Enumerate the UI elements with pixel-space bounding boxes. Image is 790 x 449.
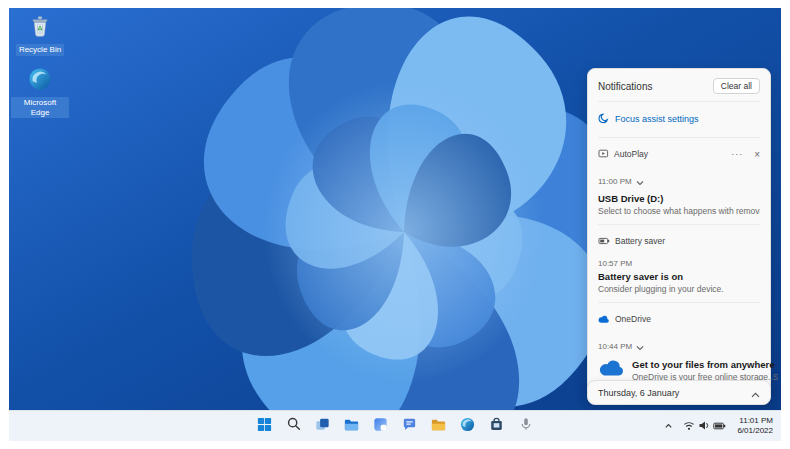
- search-icon: [286, 416, 302, 436]
- start-icon: [256, 416, 273, 437]
- date-label: Thursday, 6 January: [598, 388, 679, 398]
- desktop-icon-recycle-bin[interactable]: Recycle Bin: [11, 12, 69, 56]
- battery-group-header: Battery saver: [598, 232, 760, 250]
- widgets-icon: [372, 416, 389, 437]
- edge-icon: [27, 66, 53, 96]
- edge-button[interactable]: [456, 415, 479, 438]
- volume-icon: [698, 417, 710, 435]
- notification-group-battery-saver[interactable]: Battery saver 10:57 PM Battery saver is …: [598, 225, 760, 303]
- battery-notification-body: Consider plugging in your device.: [598, 284, 760, 294]
- desktop-icon-label: Recycle Bin: [16, 44, 64, 56]
- store-button[interactable]: [485, 415, 508, 438]
- widgets-button[interactable]: [369, 415, 392, 438]
- desktop-icon-microsoft-edge[interactable]: Microsoft Edge: [11, 66, 69, 118]
- onedrive-time: 10:44 PM: [598, 342, 632, 351]
- system-tray: 11:01 PM 6/01/2022: [661, 411, 777, 441]
- taskbar-center-icons: [253, 411, 537, 441]
- notification-header: Notifications Clear all: [598, 76, 760, 101]
- battery-time: 10:57 PM: [598, 259, 632, 268]
- tray-time: 11:01 PM: [737, 416, 773, 426]
- onedrive-time-row[interactable]: 10:44 PM: [598, 337, 760, 355]
- autoplay-group-header: AutoPlay ··· ×: [598, 145, 760, 163]
- autoplay-time: 11:00 PM: [598, 177, 632, 186]
- focus-assist-moon-icon: [598, 110, 609, 128]
- focus-assist-settings-link[interactable]: Focus assist settings: [598, 101, 760, 138]
- chat-button[interactable]: [398, 415, 421, 438]
- battery-time-row: 10:57 PM: [598, 259, 760, 268]
- onedrive-text: Get to your files from anywhere OneDrive…: [632, 359, 778, 382]
- file-explorer-button[interactable]: [340, 415, 363, 438]
- edge-icon: [459, 416, 476, 437]
- chevron-up-icon[interactable]: [751, 384, 760, 402]
- file-explorer-icon: [343, 416, 360, 437]
- notification-center: Notifications Clear all Focus assist set…: [587, 68, 771, 394]
- autoplay-time-row[interactable]: 11:00 PM: [598, 172, 760, 190]
- onedrive-app-name: OneDrive: [615, 314, 651, 324]
- autoplay-icon: [598, 145, 609, 163]
- battery-notification-title: Battery saver is on: [598, 271, 760, 282]
- search-button[interactable]: [282, 415, 305, 438]
- desktop: Recycle Bin Microsoft Edge: [9, 8, 781, 441]
- desktop-icon-label: Microsoft Edge: [11, 97, 69, 118]
- tray-date: 6/01/2022: [737, 426, 773, 436]
- clear-all-button[interactable]: Clear all: [713, 78, 760, 94]
- chevron-down-icon: [636, 172, 644, 190]
- microphone-button[interactable]: [514, 415, 537, 438]
- task-view-icon: [314, 416, 331, 437]
- notification-group-autoplay[interactable]: AutoPlay ··· × 11:00 PM USB Drive (D:) S…: [598, 138, 760, 225]
- battery-saver-icon: [598, 232, 610, 250]
- calendar-flyout-bar[interactable]: Thursday, 6 January: [587, 380, 771, 405]
- wifi-icon: [683, 417, 695, 435]
- quick-settings-cluster[interactable]: [680, 415, 729, 437]
- autoplay-app-name: AutoPlay: [614, 149, 648, 159]
- autoplay-notification-body: Select to choose what happens with remov…: [598, 206, 760, 216]
- screenshot-root: Recycle Bin Microsoft Edge: [0, 0, 790, 449]
- microphone-icon: [518, 416, 534, 436]
- focus-assist-label: Focus assist settings: [615, 114, 699, 124]
- onedrive-notification-content: Get to your files from anywhere OneDrive…: [598, 359, 760, 382]
- onedrive-notification-title: Get to your files from anywhere: [632, 359, 778, 370]
- task-view-button[interactable]: [311, 415, 334, 438]
- folder-window-button[interactable]: [427, 415, 450, 438]
- battery-app-name: Battery saver: [615, 236, 665, 246]
- onedrive-cloud-icon: [598, 360, 625, 382]
- chat-icon: [401, 416, 418, 437]
- chevron-down-icon: [636, 337, 644, 355]
- store-bag-icon: [488, 416, 505, 437]
- yellow-folder-icon: [430, 416, 447, 437]
- tray-clock[interactable]: 11:01 PM 6/01/2022: [733, 415, 777, 438]
- start-button[interactable]: [253, 415, 276, 438]
- notifications-title: Notifications: [598, 81, 652, 92]
- recycle-bin-icon: [27, 12, 53, 43]
- autoplay-more-button[interactable]: ···: [731, 149, 743, 159]
- onedrive-group-header: OneDrive: [598, 310, 760, 328]
- taskbar: 11:01 PM 6/01/2022: [9, 410, 781, 441]
- notification-group-onedrive[interactable]: OneDrive 10:44 PM Get to your fil: [598, 303, 760, 384]
- autoplay-close-button[interactable]: ×: [754, 149, 760, 160]
- battery-icon: [713, 417, 726, 435]
- autoplay-notification-title: USB Drive (D:): [598, 193, 760, 204]
- tray-chevron-up-icon[interactable]: [661, 419, 676, 433]
- onedrive-small-icon: [598, 310, 610, 328]
